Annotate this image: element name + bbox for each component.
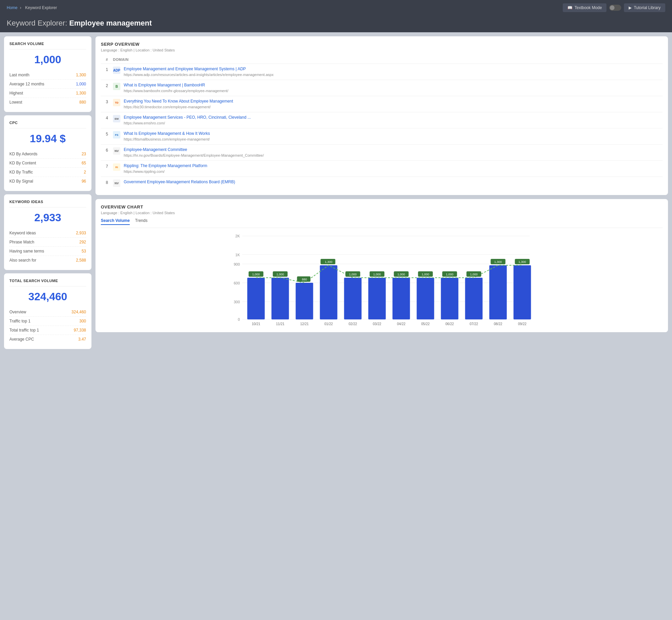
stat-tsv-overview: Overview 324,460 [9, 308, 86, 317]
main-layout: SEARCH VOLUME 1,000 Last month 1,300 Ave… [0, 32, 672, 353]
page-title-prefix: Keyword Explorer: [7, 19, 67, 27]
serp-row-2: 2 B What is Employee Management | Bamboo… [101, 80, 663, 96]
tab-trends[interactable]: Trends [135, 218, 148, 225]
serp-favicon: TD [113, 99, 120, 106]
svg-text:10/21: 10/21 [252, 322, 260, 326]
stat-tsv-cpc: Average CPC 3.47 [9, 335, 86, 344]
svg-text:08/22: 08/22 [494, 322, 502, 326]
stat-value: 2,588 [76, 258, 86, 263]
stat-kd-content: KD By Content 65 [9, 159, 86, 168]
serp-url: https://www.rippling.com/ [124, 169, 165, 173]
stat-ki-ideas: Keyword ideas 2,933 [9, 229, 86, 238]
svg-text:1,300: 1,300 [494, 260, 502, 264]
stat-ki-also: Also search for 2,588 [9, 256, 86, 265]
stat-label: Lowest [9, 100, 22, 105]
svg-text:1,300: 1,300 [325, 260, 332, 264]
svg-text:11/21: 11/21 [276, 322, 284, 326]
serp-row-5: 5 FS What Is Employee Management & How I… [101, 128, 663, 145]
serp-info: Employee-Management Committee https://hr… [124, 147, 663, 158]
serp-rank: 3 [101, 99, 113, 104]
stat-label: Also search for [9, 258, 36, 263]
svg-text:04/22: 04/22 [397, 322, 405, 326]
svg-text:12/21: 12/21 [300, 322, 309, 326]
chart-area: 2K 1K 900 600 300 0 [101, 233, 663, 327]
stat-tsv-total1: Total traffic top 1 97,338 [9, 326, 86, 335]
tsv-main: 324,460 [9, 290, 86, 303]
page-header: Keyword Explorer: Employee management [0, 15, 672, 32]
serp-title-link[interactable]: Rippling: The Employee Management Platfo… [124, 163, 663, 168]
serp-rank: 2 [101, 83, 113, 88]
serp-title-link[interactable]: Employee Management Services - PEO, HRO,… [124, 115, 663, 120]
textbook-mode-button[interactable]: 📖 Textbook Mode [563, 3, 606, 12]
serp-col-num: # [101, 57, 113, 62]
stat-value: 2,933 [76, 231, 86, 235]
serp-row-4: 4 EM Employee Management Services - PEO,… [101, 112, 663, 128]
serp-row-8: 8 NV Government Employee-Management Rela… [101, 177, 663, 190]
serp-title-link[interactable]: Employee-Management Committee [124, 147, 663, 152]
stat-value: 97,338 [74, 328, 86, 333]
bar-0222 [344, 278, 362, 319]
svg-text:05/22: 05/22 [421, 322, 430, 326]
serp-url: https://fitsmallbusiness.com/employee-ma… [124, 137, 210, 141]
stat-value: 292 [79, 240, 86, 244]
play-icon: ▶ [629, 5, 632, 10]
tsv-stats: Overview 324,460 Traffic top 1 300 Total… [9, 308, 86, 344]
serp-title-link[interactable]: Government Employee-Management Relations… [124, 180, 663, 184]
breadcrumb-separator: › [20, 5, 22, 10]
stat-label: Average 12 months [9, 82, 44, 86]
chart-tabs: Search Volume Trends [101, 218, 663, 228]
mode-toggle[interactable] [609, 5, 621, 11]
serp-title-link[interactable]: Everything You Need To Know About Employ… [124, 99, 663, 104]
cpc-card: CPC 19.94 $ KD By Adwords 23 KD By Conte… [4, 115, 91, 191]
stat-label: KD By Content [9, 161, 36, 165]
svg-text:1,000: 1,000 [276, 273, 284, 276]
serp-url: https://www.bamboohr.com/hr-glossary/emp… [124, 89, 228, 93]
serp-favicon: NV [113, 147, 120, 155]
stat-label: Phrase Match [9, 240, 34, 244]
total-search-volume-card: TOTAL SEARCH VOLUME 324,460 Overview 324… [4, 273, 91, 349]
serp-title-link[interactable]: Employee Management and Employee Managem… [124, 67, 663, 71]
stat-kd-adwords: KD By Adwords 23 [9, 150, 86, 159]
chart-title: OVERVIEW CHART [101, 204, 663, 209]
stat-label: Keyword ideas [9, 231, 36, 235]
svg-text:1,000: 1,000 [373, 273, 381, 276]
bar-1121 [272, 278, 289, 319]
serp-favicon: RI [113, 163, 120, 171]
stat-value: 53 [82, 249, 86, 254]
serp-info: Rippling: The Employee Management Platfo… [124, 163, 663, 174]
bar-0322 [368, 278, 386, 319]
stat-avg-12: Average 12 months 1,000 [9, 80, 86, 89]
serp-info: What is Employee Management | BambooHR h… [124, 83, 663, 93]
stat-value: 3.47 [78, 337, 86, 342]
serp-row-6: 6 NV Employee-Management Committee https… [101, 145, 663, 161]
stat-value: 300 [79, 319, 86, 323]
stat-value: 23 [82, 152, 86, 156]
page-title-keyword: Employee management [69, 19, 152, 27]
stat-label: Overview [9, 310, 26, 314]
serp-rank: 6 [101, 147, 113, 153]
home-link[interactable]: Home [7, 5, 17, 10]
stat-value: 880 [79, 100, 86, 105]
tab-search-volume[interactable]: Search Volume [101, 218, 130, 225]
svg-text:2K: 2K [235, 234, 240, 238]
stat-ki-phrase: Phrase Match 292 [9, 238, 86, 247]
serp-title-link[interactable]: What is Employee Management | BambooHR [124, 83, 663, 87]
stat-value: 2 [84, 170, 86, 175]
cpc-title: CPC [9, 121, 86, 128]
stat-label: Total traffic top 1 [9, 328, 39, 333]
svg-text:06/22: 06/22 [445, 322, 454, 326]
serp-info: Government Employee-Management Relations… [124, 180, 663, 185]
breadcrumb: Home › Keyword Explorer [7, 5, 58, 10]
right-panel: SERP OVERVIEW Language : English | Locat… [95, 36, 668, 349]
serp-info: Everything You Need To Know About Employ… [124, 99, 663, 109]
bar-0922 [514, 265, 531, 319]
serp-favicon: NV [113, 180, 120, 187]
stat-label: Last month [9, 73, 29, 77]
svg-text:0: 0 [238, 317, 240, 321]
serp-title-link[interactable]: What Is Employee Management & How It Wor… [124, 131, 663, 136]
stat-ki-same: Having same terms 53 [9, 247, 86, 256]
serp-favicon: B [113, 83, 120, 90]
page-title: Keyword Explorer: Employee management [7, 19, 665, 28]
tutorial-library-button[interactable]: ▶ Tutorial Library [624, 3, 665, 12]
search-volume-title: SEARCH VOLUME [9, 42, 86, 49]
